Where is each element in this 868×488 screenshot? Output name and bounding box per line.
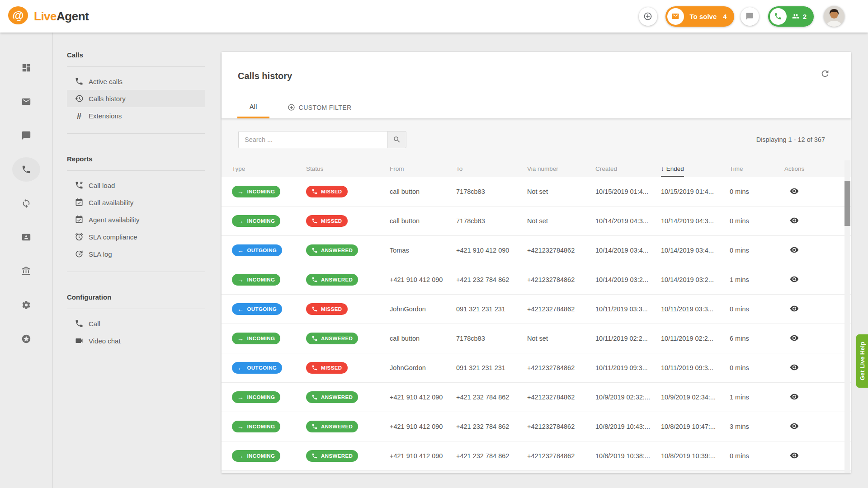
type-badge: →INCOMING <box>232 274 280 286</box>
rail-chat-button[interactable] <box>12 123 40 148</box>
column-header-time[interactable]: Time <box>730 165 784 172</box>
column-header-status[interactable]: Status <box>306 165 390 172</box>
column-header-type[interactable]: Type <box>232 165 306 172</box>
view-call-button[interactable] <box>790 275 799 284</box>
column-header-ended[interactable]: ↓Ended <box>661 165 730 172</box>
menu-item-calls-history[interactable]: Calls history <box>67 90 205 107</box>
cell-created: 10/11/2019 03:3... <box>595 305 661 313</box>
table-scrollbar[interactable] <box>844 160 850 473</box>
menu-item-extensions[interactable]: #Extensions <box>67 107 205 124</box>
phone-icon <box>311 277 318 283</box>
menu-item-active-calls[interactable]: Active calls <box>67 73 205 90</box>
arrow-right-icon: → <box>237 394 244 400</box>
cell-ended: 10/11/2019 09:3... <box>661 364 730 371</box>
section-title-configuration: Configuration <box>67 293 205 309</box>
search-box <box>238 131 406 148</box>
cell-created: 10/11/2019 02:2... <box>595 335 661 342</box>
menu-item-call-availability[interactable]: Call availability <box>67 194 205 211</box>
cell-ended: 10/8/2019 10:39:... <box>661 452 730 460</box>
add-button[interactable] <box>639 7 657 26</box>
table-header: TypeStatusFromToVia numberCreated↓EndedT… <box>222 160 851 177</box>
phone-icon <box>311 188 318 195</box>
to-solve-button[interactable]: To solve 4 <box>665 6 734 27</box>
status-badge: ANSWERED <box>306 333 358 344</box>
cell-time: 0 mins <box>730 247 784 254</box>
table-row[interactable]: ←OUTGOINGANSWEREDTomas+421 910 412 090+4… <box>222 236 851 265</box>
search-button[interactable] <box>387 131 406 148</box>
eye-icon <box>790 187 799 196</box>
column-header-from[interactable]: From <box>390 165 456 172</box>
cell-status: MISSED <box>306 362 390 374</box>
rail-contact-card-button[interactable] <box>12 225 40 249</box>
table-row[interactable]: →INCOMINGANSWERED+421 910 412 090+421 23… <box>222 383 851 412</box>
table-row[interactable]: →INCOMINGANSWEREDcall button7178cb83Not … <box>222 324 851 353</box>
table-row[interactable]: →INCOMINGMISSEDcall button7178cb83Not se… <box>222 206 851 236</box>
arrow-right-icon: → <box>237 188 244 195</box>
cell-type: →INCOMING <box>232 333 306 344</box>
search-icon <box>393 136 401 144</box>
page-title: Calls history <box>238 71 292 81</box>
view-call-button[interactable] <box>790 304 799 313</box>
rail-mail-button[interactable] <box>12 89 40 114</box>
table-row[interactable]: →INCOMINGMISSEDcall button7178cb83Not se… <box>222 177 851 206</box>
menu-item-sla-compliance[interactable]: SLA compliance <box>67 228 205 245</box>
cell-type: →INCOMING <box>232 186 306 197</box>
rail-phone-button[interactable] <box>12 157 40 182</box>
eye-icon <box>790 245 799 254</box>
view-call-button[interactable] <box>790 245 799 254</box>
menu-item-label: Calls history <box>89 95 126 103</box>
view-call-button[interactable] <box>790 187 799 196</box>
section-items-configuration: CallVideo chat <box>67 309 205 358</box>
cell-created: 10/14/2019 04:3... <box>595 217 661 225</box>
table-row[interactable]: ←OUTGOINGMISSEDJohnGordon091 321 231 231… <box>222 295 851 324</box>
column-header-via-number[interactable]: Via number <box>527 165 595 172</box>
menu-item-agent-availability[interactable]: Agent availability <box>67 211 205 228</box>
cell-to: 7178cb83 <box>456 335 527 342</box>
cell-status: ANSWERED <box>306 274 390 286</box>
type-badge: →INCOMING <box>232 186 280 197</box>
get-live-help-tab[interactable]: Get Live Help <box>856 334 868 388</box>
menu-item-call-load[interactable]: Call load <box>67 177 205 194</box>
view-call-button[interactable] <box>790 451 799 460</box>
column-header-created[interactable]: Created <box>595 165 661 172</box>
icon-rail <box>0 33 53 488</box>
view-call-button[interactable] <box>790 216 799 225</box>
view-call-button[interactable] <box>790 422 799 431</box>
eye-icon <box>790 363 799 372</box>
calls-online-button[interactable]: 2 <box>768 6 814 27</box>
column-header-to[interactable]: To <box>456 165 527 172</box>
panel-header: Calls history All CUSTOM FILTER <box>222 52 851 118</box>
tab-custom-filter[interactable]: CUSTOM FILTER <box>281 96 358 118</box>
view-call-button[interactable] <box>790 392 799 401</box>
status-badge: MISSED <box>306 362 348 374</box>
cell-time: 0 mins <box>730 188 784 195</box>
table-row[interactable]: →INCOMINGANSWERED+421 910 412 090+421 23… <box>222 412 851 441</box>
rail-settings-button[interactable] <box>12 293 40 317</box>
cell-type: →INCOMING <box>232 391 306 403</box>
table-row[interactable]: →INCOMINGANSWERED+421 910 412 090+421 23… <box>222 265 851 295</box>
column-header-actions[interactable]: Actions <box>784 165 851 172</box>
rail-dashboard-button[interactable] <box>12 56 40 80</box>
view-call-button[interactable] <box>790 363 799 372</box>
tab-all[interactable]: All <box>237 96 269 118</box>
chat-button[interactable] <box>741 7 759 26</box>
plus-circle-icon <box>643 12 652 21</box>
cell-actions <box>784 451 851 461</box>
type-badge: →INCOMING <box>232 450 280 462</box>
contact-card-icon <box>21 232 31 242</box>
calendar-check-icon <box>75 215 84 224</box>
rail-bank-button[interactable] <box>12 259 40 283</box>
table-row[interactable]: ←OUTGOINGMISSEDJohnGordon091 321 231 231… <box>222 353 851 383</box>
phone-icon <box>311 365 318 371</box>
avatar[interactable] <box>824 6 844 27</box>
refresh-button[interactable] <box>820 69 830 80</box>
scrollbar-thumb[interactable] <box>844 181 850 226</box>
rail-sync-button[interactable] <box>12 191 40 216</box>
menu-item-sla-log[interactable]: SLA log <box>67 245 205 263</box>
view-call-button[interactable] <box>790 333 799 343</box>
rail-star-button[interactable] <box>12 327 40 351</box>
search-input[interactable] <box>238 131 387 148</box>
table-row[interactable]: →INCOMINGANSWERED+421 910 412 090+421 23… <box>222 441 851 471</box>
menu-item-video-chat[interactable]: Video chat <box>67 332 205 349</box>
menu-item-call[interactable]: Call <box>67 315 205 332</box>
